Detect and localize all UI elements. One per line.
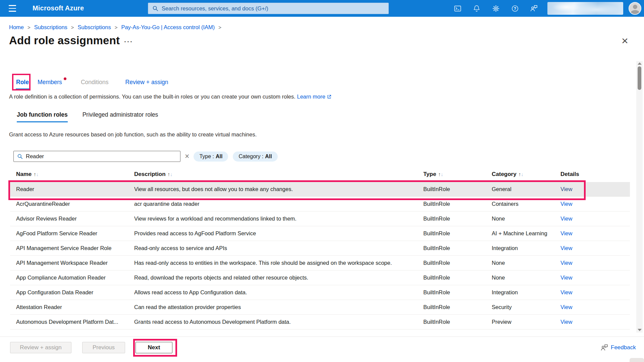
role-name: Autonomous Development Platform Dat... bbox=[10, 319, 134, 325]
feedback-link[interactable]: Feedback bbox=[600, 344, 636, 352]
role-search-input[interactable] bbox=[26, 153, 177, 160]
role-name: Attestation Reader bbox=[10, 304, 134, 310]
feedback-smiley-icon[interactable] bbox=[530, 4, 538, 12]
role-description: View reviews for a workload and recommen… bbox=[134, 216, 423, 222]
view-details-link[interactable]: View bbox=[560, 275, 630, 281]
tab-conditions[interactable]: Conditions bbox=[81, 79, 109, 86]
wizard-tabs: Role Members Conditions Review + assign bbox=[16, 79, 168, 86]
view-details-link[interactable]: View bbox=[560, 319, 630, 325]
table-row[interactable]: API Management Service Reader Role Read-… bbox=[10, 241, 630, 256]
role-category: Containers bbox=[492, 201, 560, 207]
view-details-link[interactable]: View bbox=[560, 245, 630, 251]
global-search[interactable] bbox=[148, 3, 389, 14]
vertical-scrollbar[interactable] bbox=[636, 61, 643, 333]
column-header-name[interactable]: Name↑↓ bbox=[10, 171, 134, 178]
external-link-icon bbox=[327, 94, 332, 101]
filter-bar: × Type :All Category :All bbox=[13, 151, 278, 162]
top-bar: Microsoft Azure bbox=[0, 0, 644, 17]
global-search-input[interactable] bbox=[162, 5, 384, 12]
role-type-subtabs: Job function roles Privileged administra… bbox=[17, 111, 158, 122]
tab-review-assign[interactable]: Review + assign bbox=[125, 79, 168, 86]
column-header-type[interactable]: Type↑↓ bbox=[423, 171, 492, 178]
cloud-shell-icon[interactable] bbox=[453, 4, 462, 12]
role-name: App Compliance Automation Reader bbox=[10, 275, 134, 281]
role-category: Integration bbox=[492, 289, 560, 296]
view-details-link[interactable]: View bbox=[560, 201, 630, 207]
role-type: BuiltInRole bbox=[423, 275, 492, 281]
role-category: None bbox=[492, 260, 560, 266]
top-bar-icons: ? bbox=[453, 0, 538, 17]
role-name: AgFood Platform Service Reader bbox=[10, 230, 134, 237]
role-table-body: Reader View all resources, but does not … bbox=[10, 182, 630, 329]
view-details-link[interactable]: View bbox=[560, 216, 630, 222]
category-filter-pill[interactable]: Category :All bbox=[233, 152, 277, 162]
table-row[interactable]: AcrQuarantineReader acr quarantine data … bbox=[10, 197, 630, 212]
learn-more-link[interactable]: Learn more bbox=[297, 94, 325, 100]
breadcrumb-pay-as-you-go[interactable]: Pay-As-You-Go | Access control (IAM) bbox=[121, 24, 215, 31]
view-details-link[interactable]: View bbox=[560, 230, 630, 237]
next-button[interactable]: Next bbox=[136, 342, 172, 353]
type-filter-pill[interactable]: Type :All bbox=[194, 152, 228, 162]
settings-gear-icon[interactable] bbox=[492, 4, 500, 12]
role-description: Read, download the reports objects and r… bbox=[134, 275, 423, 281]
table-row[interactable]: API Management Workspace Reader Has read… bbox=[10, 256, 630, 270]
help-icon[interactable]: ? bbox=[511, 4, 519, 12]
view-details-link[interactable]: View bbox=[560, 260, 630, 266]
scroll-down-arrow[interactable] bbox=[638, 329, 642, 331]
clear-search-icon[interactable]: × bbox=[185, 153, 189, 160]
sort-icons: ↑↓ bbox=[519, 171, 524, 177]
breadcrumb-subscriptions-1[interactable]: Subscriptions bbox=[34, 24, 67, 31]
page-title: Add role assignment bbox=[9, 34, 120, 47]
view-details-link[interactable]: View bbox=[560, 289, 630, 296]
subtab-job-function-roles[interactable]: Job function roles bbox=[17, 111, 68, 122]
sort-icons: ↑↓ bbox=[34, 171, 39, 177]
role-type: BuiltInRole bbox=[423, 260, 492, 266]
role-description: View all resources, but does not allow y… bbox=[134, 186, 423, 192]
subtab-privileged-admin-roles[interactable]: Privileged administrator roles bbox=[83, 111, 158, 122]
breadcrumb-subscriptions-2[interactable]: Subscriptions bbox=[78, 24, 111, 31]
role-search-box[interactable] bbox=[13, 151, 180, 162]
tab-members[interactable]: Members bbox=[38, 79, 62, 86]
role-type: BuiltInRole bbox=[423, 186, 492, 192]
tab-role[interactable]: Role bbox=[16, 79, 29, 86]
close-icon[interactable]: × bbox=[622, 35, 628, 46]
account-info-redacted[interactable] bbox=[547, 2, 623, 15]
role-type: BuiltInRole bbox=[423, 230, 492, 237]
table-row[interactable]: AgFood Platform Service Reader Provides … bbox=[10, 226, 630, 241]
hamburger-menu-icon[interactable] bbox=[9, 5, 16, 12]
notifications-bell-icon[interactable] bbox=[473, 4, 481, 12]
role-name: API Management Service Reader Role bbox=[10, 245, 134, 251]
horizontal-scrollbar-thumb[interactable] bbox=[630, 358, 644, 362]
previous-button[interactable]: Previous bbox=[82, 342, 125, 353]
table-row[interactable]: Autonomous Development Platform Dat... G… bbox=[10, 315, 630, 329]
required-dot bbox=[64, 77, 66, 80]
roles-table-header: Name↑↓ Description↑↓ Type↑↓ Category↑↓ D… bbox=[10, 169, 630, 180]
more-menu-icon[interactable]: ··· bbox=[124, 38, 133, 46]
table-row[interactable]: Reader View all resources, but does not … bbox=[10, 182, 630, 197]
role-name: API Management Workspace Reader bbox=[10, 260, 134, 266]
review-assign-button[interactable]: Review + assign bbox=[10, 342, 71, 353]
role-category: Security bbox=[492, 304, 560, 310]
role-category: Preview bbox=[492, 319, 560, 325]
sort-icons: ↑↓ bbox=[438, 171, 443, 177]
scroll-up-arrow[interactable] bbox=[638, 62, 642, 65]
vertical-scrollbar-thumb[interactable] bbox=[638, 66, 641, 90]
role-description: Has read-only access to entities in the … bbox=[134, 260, 423, 266]
role-description: Grants read access to Autonomous Develop… bbox=[134, 319, 423, 325]
table-row[interactable]: Advisor Reviews Reader View reviews for … bbox=[10, 212, 630, 226]
view-details-link[interactable]: View bbox=[560, 304, 630, 310]
account-avatar[interactable] bbox=[629, 2, 641, 15]
view-details-link[interactable]: View bbox=[560, 186, 630, 192]
table-row[interactable]: Attestation Reader Can read the attestat… bbox=[10, 300, 630, 315]
role-type: BuiltInRole bbox=[423, 201, 492, 207]
footer-divider bbox=[0, 337, 644, 337]
role-type: BuiltInRole bbox=[423, 319, 492, 325]
feedback-person-icon bbox=[600, 344, 608, 352]
table-row[interactable]: App Configuration Data Reader Allows rea… bbox=[10, 285, 630, 300]
role-description: acr quarantine data reader bbox=[134, 201, 423, 207]
breadcrumb-home[interactable]: Home bbox=[9, 24, 24, 31]
table-row[interactable]: App Compliance Automation Reader Read, d… bbox=[10, 270, 630, 285]
column-header-description[interactable]: Description↑↓ bbox=[134, 171, 423, 178]
column-header-category[interactable]: Category↑↓ bbox=[492, 171, 560, 178]
grant-access-text: Grant access to Azure resources based on… bbox=[9, 131, 257, 138]
